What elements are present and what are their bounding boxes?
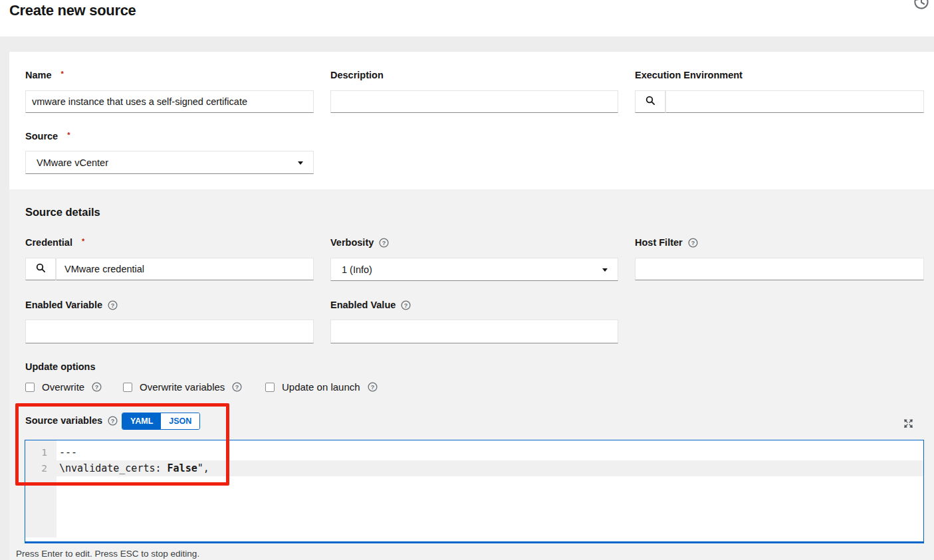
- overwrite-checkbox-label: Overwrite: [42, 381, 84, 393]
- credential-input[interactable]: [56, 258, 314, 280]
- search-icon: [645, 96, 655, 108]
- svg-text:?: ?: [370, 384, 374, 391]
- svg-text:?: ?: [404, 302, 408, 308]
- help-icon[interactable]: ?: [368, 382, 378, 392]
- update-on-launch-option: Update on launch ?: [265, 381, 378, 393]
- enabled-value-label: Enabled Value ?: [330, 300, 411, 310]
- page-header: Create new source: [0, 0, 934, 37]
- svg-text:?: ?: [111, 302, 114, 308]
- help-icon[interactable]: ?: [688, 238, 698, 248]
- code-line-2: \nvalidate_certs: False",: [59, 460, 209, 476]
- json-mode-button[interactable]: JSON: [161, 413, 199, 429]
- description-label: Description: [330, 70, 384, 80]
- form-card: Name* Description Execution Environment …: [9, 52, 934, 560]
- expand-editor-icon[interactable]: [902, 418, 914, 430]
- name-label: Name*: [25, 70, 64, 80]
- overwrite-variables-checkbox[interactable]: [123, 383, 132, 392]
- description-input[interactable]: [330, 90, 618, 113]
- svg-text:?: ?: [382, 239, 386, 246]
- verbosity-label: Verbosity ?: [330, 237, 389, 248]
- update-on-launch-checkbox-label: Update on launch: [282, 381, 360, 393]
- verbosity-select[interactable]: 1 (Info): [330, 258, 618, 281]
- host-filter-label: Host Filter ?: [635, 237, 698, 248]
- editor-helper-text: Press Enter to edit. Press ESC to stop e…: [16, 549, 199, 559]
- execution-environment-label: Execution Environment: [635, 70, 743, 80]
- source-variables-editor[interactable]: 1 2 --- \nvalidate_certs: False",: [25, 440, 924, 543]
- source-label: Source*: [25, 131, 70, 141]
- chevron-down-icon: [602, 268, 608, 272]
- overwrite-variables-checkbox-label: Overwrite variables: [140, 381, 225, 393]
- svg-text:?: ?: [111, 417, 114, 424]
- source-details-heading: Source details: [25, 206, 100, 219]
- credential-search-button[interactable]: [25, 258, 56, 280]
- history-icon[interactable]: [913, 0, 929, 10]
- help-icon[interactable]: ?: [379, 238, 389, 248]
- enabled-variable-input[interactable]: [25, 320, 314, 343]
- required-asterisk: *: [67, 131, 70, 139]
- chevron-down-icon: [298, 161, 303, 165]
- required-asterisk: *: [82, 237, 84, 245]
- yaml-mode-button[interactable]: YAML: [122, 413, 161, 429]
- update-on-launch-checkbox[interactable]: [265, 383, 275, 392]
- update-options-label: Update options: [25, 361, 96, 372]
- execution-environment-input[interactable]: [665, 90, 924, 113]
- help-icon[interactable]: ?: [108, 416, 118, 426]
- svg-text:?: ?: [235, 384, 239, 391]
- credential-label: Credential*: [25, 237, 84, 248]
- svg-text:?: ?: [691, 239, 694, 246]
- help-icon[interactable]: ?: [232, 382, 242, 392]
- page-title: Create new source: [9, 2, 136, 19]
- overwrite-variables-option: Overwrite variables ?: [123, 381, 242, 393]
- source-variables-label: Source variables ?: [25, 415, 118, 426]
- enabled-value-input[interactable]: [330, 320, 618, 343]
- name-input[interactable]: [25, 90, 314, 113]
- svg-text:?: ?: [95, 384, 98, 391]
- execution-environment-search-button[interactable]: [635, 90, 665, 113]
- line-number: 2: [25, 460, 47, 476]
- host-filter-input[interactable]: [635, 258, 924, 280]
- help-icon[interactable]: ?: [401, 300, 411, 310]
- overwrite-checkbox[interactable]: [25, 383, 35, 392]
- search-icon: [36, 263, 46, 275]
- source-select[interactable]: VMware vCenter: [25, 151, 314, 174]
- create-source-page: Create new source Name* Description Exec…: [0, 0, 934, 560]
- help-icon[interactable]: ?: [92, 382, 102, 392]
- source-select-value: VMware vCenter: [37, 157, 108, 168]
- overwrite-option: Overwrite ?: [25, 381, 102, 393]
- code-line-1: ---: [59, 444, 77, 460]
- enabled-variable-label: Enabled Variable ?: [25, 300, 118, 310]
- editor-mode-toggle: YAML JSON: [122, 413, 200, 430]
- help-icon[interactable]: ?: [108, 300, 118, 310]
- line-number: 1: [25, 444, 47, 460]
- required-asterisk: *: [61, 70, 64, 78]
- verbosity-select-value: 1 (Info): [342, 264, 372, 275]
